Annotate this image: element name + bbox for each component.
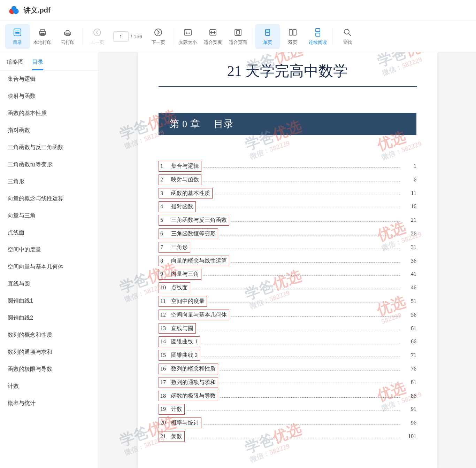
toolbar-find-button[interactable]: 查找: [335, 24, 360, 49]
toc-page: 36: [402, 256, 416, 266]
toolbar-label: 下一页: [152, 39, 165, 46]
sidebar-outline-list[interactable]: 集合与逻辑 映射与函数 函数的基本性质 指对函数 三角函数与反三角函数 三角函数…: [0, 71, 99, 468]
toc-number: 1: [159, 161, 169, 172]
sidebar-item[interactable]: 计数: [0, 378, 99, 395]
toc-entry[interactable]: 5三角函数与反三角函数21: [159, 213, 416, 227]
sidebar-item[interactable]: 直线与圆: [0, 275, 99, 292]
double-page-icon: [288, 28, 298, 37]
toc-number: 18: [159, 391, 169, 401]
sidebar-item[interactable]: 数列的概念和性质: [0, 327, 99, 344]
sidebar-item[interactable]: 集合与逻辑: [0, 71, 99, 88]
toc-page: 61: [402, 323, 416, 334]
toolbar-cloud-print-button[interactable]: 云打印: [55, 24, 80, 49]
toolbar-fit-page-button[interactable]: 适合页面: [225, 24, 251, 49]
toc-entry[interactable]: 7三角形31: [159, 241, 416, 254]
chevron-left-circle-icon: [92, 28, 102, 37]
file-title: 讲义.pdf: [24, 6, 51, 15]
toolbar-continuous-button[interactable]: 连续阅读: [305, 24, 330, 49]
toc-number: 13: [159, 323, 169, 334]
toc-title: 集合与逻辑: [169, 161, 201, 172]
toolbar-label: 本地打印: [33, 39, 52, 46]
toc-number: 20: [159, 418, 169, 428]
printer-icon: [38, 28, 47, 37]
toc-leader-icon: [231, 221, 400, 222]
toc-entry[interactable]: 20概率与统计96: [159, 416, 416, 430]
toc-number: 6: [159, 228, 169, 239]
toc-number: 9: [159, 269, 169, 280]
toc-entry[interactable]: 11空间中的度量51: [159, 295, 416, 308]
toc-title: 向量的概念与线性运算: [169, 256, 229, 266]
toolbar-double-page-button[interactable]: 双页: [280, 24, 305, 49]
content-viewport[interactable]: 微信：582229 学爸优选微信：582229 学爸优选 学爸优选微信：5822…: [99, 52, 476, 468]
toc-entry[interactable]: 13直线与圆61: [159, 322, 416, 335]
toc-entry[interactable]: 17数列的通项与求和81: [159, 376, 416, 389]
toc-title: 复数: [169, 431, 185, 442]
chapter-heading: 第 0 章目录: [159, 113, 416, 135]
toc-entry[interactable]: 1集合与逻辑1: [159, 159, 416, 173]
toc-entry[interactable]: 3函数的基本性质11: [159, 187, 416, 200]
toc-leader-icon: [203, 167, 400, 168]
toc-title: 函数的极限与导数: [169, 391, 218, 401]
toc-number: 10: [159, 282, 169, 293]
cloud-print-icon: [63, 28, 72, 37]
sidebar-tab-thumbnails[interactable]: 缩略图: [7, 56, 24, 70]
svg-point-2: [11, 6, 16, 11]
toc-entry[interactable]: 9向量与三角41: [159, 267, 416, 281]
sidebar-item[interactable]: 三角形: [0, 173, 99, 190]
toc-entry[interactable]: 16数列的概念和性质76: [159, 362, 416, 376]
pdf-page: 21 天学完高中数学 第 0 章目录 1集合与逻辑1 2映射与函数6 3函数的基…: [138, 52, 437, 468]
toc-leader-icon: [201, 343, 400, 343]
toolbar-prev-page-button[interactable]: 上一页: [85, 24, 110, 49]
toolbar-label: 查找: [343, 39, 352, 46]
sidebar-item[interactable]: 空间中的度量: [0, 241, 99, 258]
sidebar-item[interactable]: 圆锥曲线2: [0, 310, 99, 327]
sidebar-item[interactable]: 概率与统计: [0, 395, 99, 412]
toc-leader-icon: [231, 262, 400, 263]
toc-leader-icon: [192, 249, 400, 249]
svg-rect-24: [293, 30, 296, 35]
sidebar-item[interactable]: 向量与三角: [0, 207, 99, 224]
sidebar-item[interactable]: 向量的概念与线性运算: [0, 190, 99, 207]
svg-rect-25: [316, 29, 320, 32]
toolbar-label: 连续阅读: [309, 39, 327, 46]
toolbar-local-print-button[interactable]: 本地打印: [30, 24, 55, 49]
toc-title: 空间向量与基本几何体: [169, 310, 229, 320]
sidebar-item[interactable]: 点线面: [0, 224, 99, 241]
sidebar-item[interactable]: 映射与函数: [0, 88, 99, 105]
toolbar-actual-size-button[interactable]: 1:1 实际大小: [175, 24, 200, 49]
page-number-input[interactable]: [113, 31, 129, 42]
toolbar-single-page-button[interactable]: 单页: [255, 24, 280, 49]
toolbar-fit-width-button[interactable]: 适合宽度: [200, 24, 225, 49]
toc-entry[interactable]: 8向量的概念与线性运算36: [159, 254, 416, 268]
toc-number: 7: [159, 242, 169, 253]
sidebar-item[interactable]: 指对函数: [0, 122, 99, 139]
toc-entry[interactable]: 15圆锥曲线 271: [159, 349, 416, 362]
sidebar-item[interactable]: 数列的通项与求和: [0, 344, 99, 361]
fit-page-icon: [233, 28, 243, 37]
toolbar-divider: [82, 28, 83, 45]
toc-number: 11: [159, 296, 169, 307]
toc-number: 8: [159, 256, 169, 266]
toc-entry[interactable]: 21复数101: [159, 430, 416, 443]
sidebar-tab-toc[interactable]: 目录: [32, 56, 43, 70]
sidebar-item[interactable]: 三角函数与反三角函数: [0, 139, 99, 156]
toc-entry[interactable]: 10点线面46: [159, 281, 416, 295]
toc-entry[interactable]: 2映射与函数6: [159, 173, 416, 187]
sidebar-item[interactable]: 空间向量与基本几何体: [0, 258, 99, 275]
sidebar-item[interactable]: 函数的基本性质: [0, 105, 99, 122]
toc-page: 6: [402, 175, 416, 185]
toc-number: 19: [159, 404, 169, 415]
sidebar-item[interactable]: 函数的极限与导数: [0, 361, 99, 378]
toc-entry[interactable]: 12空间向量与基本几何体56: [159, 308, 416, 322]
toc-entry[interactable]: 18函数的极限与导数86: [159, 389, 416, 403]
toc-entry[interactable]: 14圆锥曲线 166: [159, 335, 416, 349]
sidebar-item[interactable]: 三角函数恒等变形: [0, 156, 99, 173]
toc-entry[interactable]: 4指对函数16: [159, 200, 416, 213]
toc-entry[interactable]: 19计数91: [159, 403, 416, 416]
toolbar-next-page-button[interactable]: 下一页: [146, 24, 171, 49]
toc-page: 46: [402, 283, 416, 293]
toc-entry[interactable]: 6三角函数恒等变形26: [159, 227, 416, 241]
toolbar-catalog-button[interactable]: 目录: [5, 24, 30, 49]
search-icon: [343, 28, 352, 37]
sidebar-item[interactable]: 圆锥曲线1: [0, 292, 99, 310]
